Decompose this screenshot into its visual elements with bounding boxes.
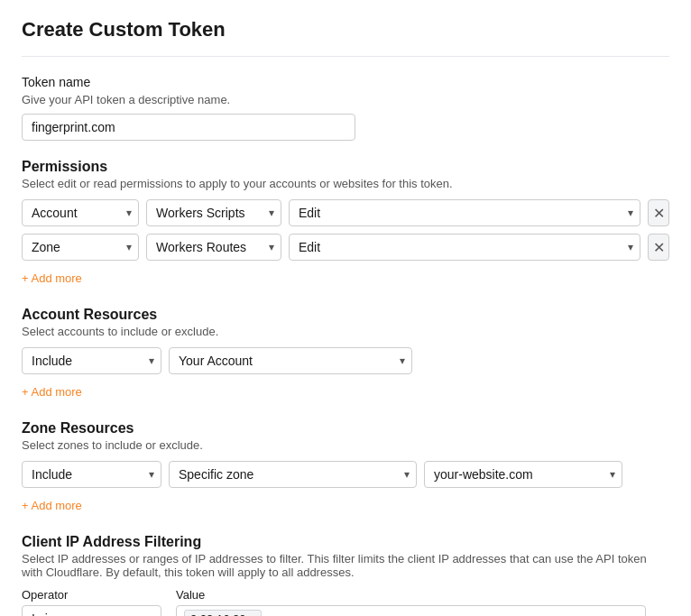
page-title: Create Custom Token	[22, 18, 669, 57]
ip-value-col: Value 3.23.16.20 × ✕ ▾	[176, 588, 669, 616]
token-name-label: Token name	[22, 75, 669, 89]
account-resources-section: Account Resources Select accounts to inc…	[22, 307, 669, 402]
zone-resources-title: Zone Resources	[22, 420, 669, 437]
account-name-wrapper: Your Account All Accounts	[169, 347, 412, 374]
perm-level-select-1[interactable]: Edit Read	[289, 199, 640, 226]
account-include-select[interactable]: Include Exclude	[22, 347, 161, 374]
operator-label: Operator	[22, 588, 161, 602]
permission-row-2: Account Zone User Workers Scripts Worker…	[22, 234, 669, 261]
zone-type-wrapper: All Zones Specific zone	[169, 461, 417, 488]
account-resources-desc: Select accounts to include or exclude.	[22, 325, 669, 338]
ip-filter-desc: Select IP addresses or ranges of IP addr…	[22, 552, 669, 579]
operator-wrapper: Is in Is not in	[22, 605, 161, 616]
remove-permission-2[interactable]: ✕	[648, 234, 669, 261]
perm-level-select-2[interactable]: Edit Read	[289, 234, 640, 261]
perm-resource-select-1[interactable]: Workers Scripts Workers Routes DNS Cache	[146, 199, 281, 226]
perm-type-select-1[interactable]: Account Zone User	[22, 199, 139, 226]
ip-filter-title: Client IP Address Filtering	[22, 534, 669, 550]
operator-select[interactable]: Is in Is not in	[22, 605, 161, 616]
operator-col: Operator Is in Is not in	[22, 588, 161, 616]
permissions-title: Permissions	[22, 159, 669, 175]
ip-filter-section: Client IP Address Filtering Select IP ad…	[22, 534, 669, 616]
zone-type-select[interactable]: All Zones Specific zone	[169, 461, 417, 488]
account-resources-row: Include Exclude Your Account All Account…	[22, 347, 669, 374]
ip-value-row: 3.23.16.20 × ✕ ▾	[176, 605, 669, 616]
zone-include-wrapper: Include Exclude	[22, 461, 161, 488]
account-resources-title: Account Resources	[22, 307, 669, 323]
zone-name-select[interactable]: your-website.com example.com	[424, 461, 622, 488]
ip-clear-button[interactable]: ✕	[650, 612, 660, 617]
perm-level-wrapper-1: Edit Read	[289, 199, 640, 226]
ip-dropdown-button[interactable]: ▾	[664, 613, 669, 617]
zone-include-select[interactable]: Include Exclude	[22, 461, 161, 488]
zone-name-wrapper: your-website.com example.com	[424, 461, 622, 488]
permissions-section: Permissions Select edit or read permissi…	[22, 159, 669, 289]
perm-resource-select-2[interactable]: Workers Scripts Workers Routes DNS Cache	[146, 234, 281, 261]
token-name-section: Token name Give your API token a descrip…	[22, 75, 669, 141]
permissions-add-more[interactable]: + Add more	[22, 271, 82, 285]
account-resources-add-more[interactable]: + Add more	[22, 385, 82, 399]
zone-resources-add-more[interactable]: + Add more	[22, 499, 82, 512]
perm-resource-wrapper-2: Workers Scripts Workers Routes DNS Cache	[146, 234, 281, 261]
ip-value-label: Value	[176, 588, 669, 602]
perm-type-select-2[interactable]: Account Zone User	[22, 234, 139, 261]
perm-level-wrapper-2: Edit Read	[289, 234, 640, 261]
token-name-input[interactable]	[22, 114, 355, 141]
zone-resources-row: Include Exclude All Zones Specific zone …	[22, 461, 669, 488]
token-name-hint: Give your API token a descriptive name.	[22, 93, 669, 106]
ip-filter-row: Operator Is in Is not in Value 3.23.16.2…	[22, 588, 669, 616]
account-name-select[interactable]: Your Account All Accounts	[169, 347, 412, 374]
ip-tag: 3.23.16.20 ×	[184, 610, 262, 616]
remove-permission-1[interactable]: ✕	[648, 199, 669, 226]
permission-row-1: Account Zone User Workers Scripts Worker…	[22, 199, 669, 226]
ip-tag-remove[interactable]: ×	[249, 613, 255, 617]
account-include-wrapper: Include Exclude	[22, 347, 161, 374]
perm-resource-wrapper-1: Workers Scripts Workers Routes DNS Cache	[146, 199, 281, 226]
permissions-desc: Select edit or read permissions to apply…	[22, 177, 669, 190]
zone-resources-desc: Select zones to include or exclude.	[22, 438, 669, 452]
perm-type-wrapper-2: Account Zone User	[22, 234, 139, 261]
ip-tag-value: 3.23.16.20	[190, 612, 245, 616]
ip-value-box[interactable]: 3.23.16.20 ×	[176, 605, 646, 616]
zone-resources-section: Zone Resources Select zones to include o…	[22, 420, 669, 516]
perm-type-wrapper-1: Account Zone User	[22, 199, 139, 226]
